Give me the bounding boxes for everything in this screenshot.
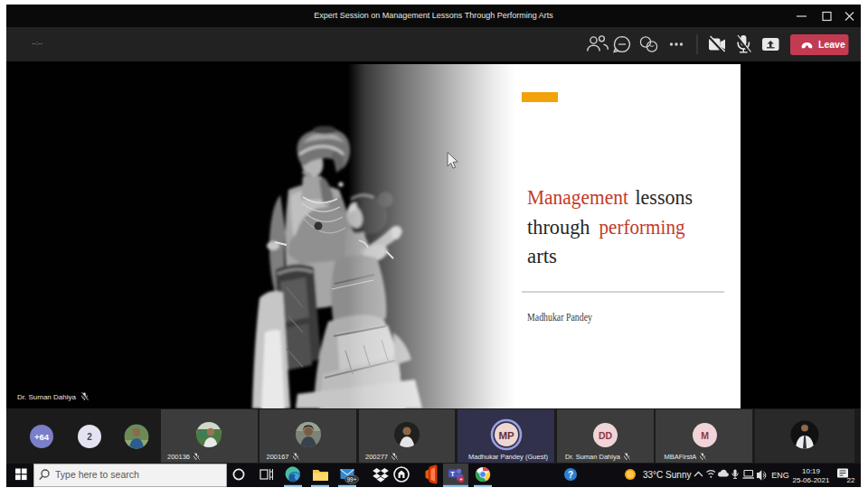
svg-text:99+: 99+ — [346, 476, 356, 483]
svg-text:10:19: 10:19 — [802, 467, 821, 475]
svg-text:MP: MP — [498, 430, 514, 441]
svg-text:DD: DD — [599, 430, 613, 441]
svg-text:M: M — [701, 430, 709, 441]
svg-text:arts: arts — [527, 244, 557, 267]
svg-text:T: T — [450, 470, 455, 478]
svg-text:ENG: ENG — [771, 471, 789, 480]
svg-text:Madhukar Pandey: Madhukar Pandey — [527, 310, 592, 324]
svg-text:lessons: lessons — [636, 185, 693, 209]
svg-text:Leave: Leave — [818, 39, 845, 50]
svg-text:33°C Sunny: 33°C Sunny — [643, 470, 691, 480]
svg-text:performing: performing — [599, 215, 685, 239]
svg-text:25-06-2021: 25-06-2021 — [793, 476, 830, 484]
svg-text:through: through — [527, 215, 590, 239]
svg-text:?: ? — [568, 470, 573, 480]
svg-text:22: 22 — [847, 476, 855, 484]
svg-text:Management: Management — [527, 185, 628, 209]
svg-text:Type here to search: Type here to search — [55, 469, 139, 480]
